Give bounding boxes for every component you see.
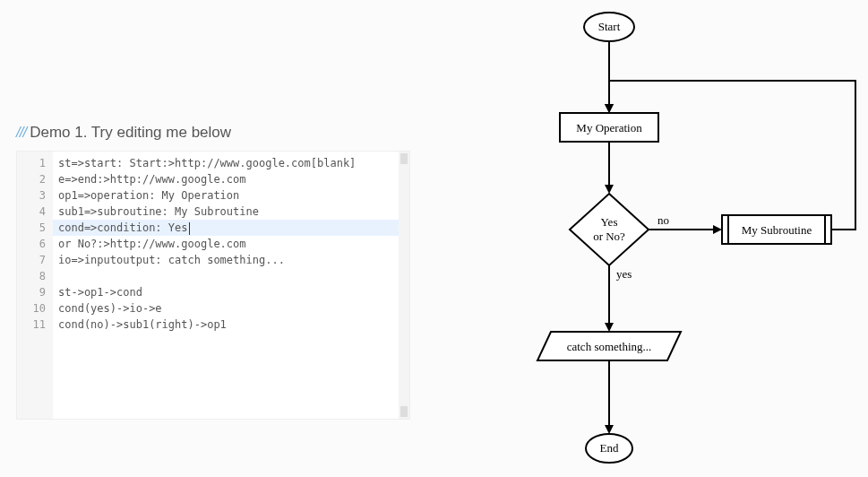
code-line[interactable]: cond=>condition: Yes	[53, 220, 399, 236]
line-number: 6	[21, 236, 46, 252]
cursor-icon	[189, 222, 190, 235]
code-editor[interactable]: 1234567891011 st=>start: Start:>http://w…	[16, 151, 410, 420]
line-number: 11	[21, 317, 46, 333]
code-area[interactable]: st=>start: Start:>http://www.google.com[…	[53, 152, 399, 419]
operation-label: My Operation	[576, 121, 642, 134]
code-line[interactable]: st=>start: Start:>http://www.google.com[…	[53, 155, 399, 171]
header-slashes: ///	[16, 124, 26, 141]
line-number: 8	[21, 268, 46, 284]
line-number: 5	[21, 220, 46, 236]
code-line[interactable]: or No?:>http://www.google.com	[53, 236, 399, 252]
start-label: Start	[598, 20, 621, 33]
code-line[interactable]: io=>inputoutput: catch something...	[53, 252, 399, 268]
scroll-up-icon[interactable]	[400, 153, 408, 164]
header-title: Demo 1. Try editing me below	[30, 124, 231, 141]
svg-marker-12	[605, 425, 614, 434]
editor-panel: ///Demo 1. Try editing me below 12345678…	[16, 124, 410, 420]
line-number: 3	[21, 187, 46, 204]
svg-marker-8	[605, 104, 614, 113]
svg-marker-3	[605, 185, 614, 194]
code-line[interactable]	[53, 268, 399, 284]
line-number: 1	[21, 155, 46, 171]
scrollbar[interactable]	[399, 152, 409, 419]
code-line[interactable]: op1=>operation: My Operation	[53, 187, 399, 204]
code-line[interactable]: cond(no)->sub1(right)->op1	[53, 317, 399, 333]
svg-marker-5	[713, 225, 722, 234]
io-label: catch something...	[567, 340, 652, 353]
code-line[interactable]: st->op1->cond	[53, 284, 399, 300]
line-gutter: 1234567891011	[17, 152, 53, 419]
code-line[interactable]: sub1=>subroutine: My Subroutine	[53, 204, 399, 220]
code-line[interactable]: cond(yes)->io->e	[53, 300, 399, 317]
line-number: 10	[21, 300, 46, 317]
line-number: 9	[21, 284, 46, 300]
condition-label-2: or No?	[593, 230, 625, 243]
demo-header: ///Demo 1. Try editing me below	[16, 124, 410, 142]
line-number: 4	[21, 204, 46, 220]
no-label: no	[657, 213, 669, 227]
line-number: 2	[21, 171, 46, 187]
line-number: 7	[21, 252, 46, 268]
condition-label-1: Yes	[601, 215, 618, 229]
svg-marker-10	[605, 323, 614, 332]
flowchart-render: Start My Operation Yes or No? no My Subr…	[430, 0, 868, 477]
subroutine-label: My Subroutine	[742, 223, 812, 237]
code-line[interactable]: e=>end:>http://www.google.com	[53, 171, 399, 187]
yes-label: yes	[616, 267, 632, 281]
scroll-down-icon[interactable]	[400, 406, 408, 417]
end-label: End	[600, 441, 619, 455]
